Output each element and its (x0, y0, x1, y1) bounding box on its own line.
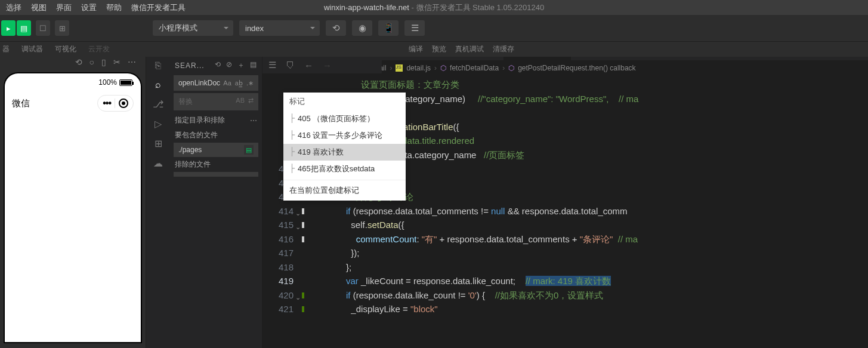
bookmark-item[interactable]: 405 （微信页面标签） (283, 110, 406, 127)
search-collapse-icon[interactable]: ▤ (250, 60, 257, 70)
whole-word-icon[interactable]: ab̲ (235, 79, 243, 87)
sim-refresh-icon[interactable]: ⟲ (75, 57, 82, 67)
left-tool-label-3[interactable]: 可视化 (52, 44, 79, 54)
source-control-icon[interactable]: ⎇ (153, 98, 163, 110)
remote-debug-button[interactable]: 📱 (378, 20, 399, 36)
capsule-more-icon[interactable]: ••• (103, 98, 111, 109)
action-preview[interactable]: 预览 (432, 44, 446, 54)
editor-toggle-button[interactable]: ▤ (17, 20, 31, 36)
left-tool-label-1[interactable]: 器 (0, 44, 12, 54)
gutter-mark (302, 236, 304, 242)
menu-select[interactable]: 选择 (6, 2, 21, 13)
layout-button-2[interactable]: ⊞ (55, 20, 69, 36)
gutter-mark (302, 208, 304, 214)
capsule-button[interactable]: ••• (97, 95, 134, 112)
tab-copyright-wxml[interactable]: ‹›copyright.wxml (638, 57, 718, 60)
mode-dropdown[interactable]: 小程序模式 (153, 20, 233, 36)
code-line[interactable]: }; (316, 260, 868, 275)
sim-cut-icon[interactable]: ✂ (113, 57, 121, 67)
capsule-close-icon[interactable] (119, 98, 128, 108)
action-compile[interactable]: 编译 (409, 44, 423, 54)
line-number: 416 (262, 232, 294, 247)
code-line[interactable]: 设置页面标题：文章分类 (316, 78, 868, 92)
book-icon[interactable]: ▤ (244, 145, 254, 155)
replace-all-icon[interactable]: ⇄ (248, 97, 254, 107)
search-input[interactable]: openLinkDoc Aa ab̲ .∗ (174, 75, 258, 91)
search-newfile-icon[interactable]: ＋ (237, 60, 245, 70)
crumb-func2[interactable]: getPostDetailRequest.then() callback (518, 64, 635, 72)
replace-input[interactable]: 替换 AB ⇄ (174, 93, 258, 110)
popup-create-mark[interactable]: 在当前位置创建标记 (283, 180, 406, 201)
bookmark-item[interactable]: 416 设置一共多少条评论 (283, 127, 406, 144)
search-clear-icon[interactable]: ⊘ (226, 60, 233, 70)
search-refresh-icon[interactable]: ⟲ (215, 60, 221, 70)
layout-button-1[interactable]: ☐ (36, 20, 50, 36)
fold-icon[interactable]: ⌄ (295, 220, 301, 235)
code-line[interactable]: if (response.data.total_comments != null… (316, 204, 868, 218)
ed-bookmark-icon[interactable]: ⛉ (286, 60, 295, 70)
ed-fwd-icon[interactable]: → (323, 60, 332, 70)
include-input[interactable]: ./pages ▤ (174, 143, 258, 157)
bookmark-item[interactable]: 465把喜欢数设setdata (283, 161, 406, 177)
debug-icon[interactable]: ▷ (155, 118, 162, 130)
line-number: 415⌄ (262, 218, 294, 232)
crumb-func1[interactable]: fetchDetailData (450, 64, 499, 72)
line-number: 420⌄ (262, 288, 294, 303)
menu-interface[interactable]: 界面 (56, 2, 72, 13)
symbol-icon-2: ⬡ (508, 64, 514, 72)
cloud-icon[interactable]: ☁ (153, 158, 163, 169)
mini-program-name: 微信 (12, 98, 30, 109)
activity-bar: ⎘ ⌕ ⎇ ▷ ⊞ ☁ (146, 57, 170, 348)
line-number: 419 (262, 274, 294, 288)
scope-label[interactable]: 指定目录和排除 (175, 115, 225, 125)
code-line[interactable]: if (response.data.like_count != '0') { /… (316, 288, 868, 303)
fold-icon[interactable]: ⌄ (295, 291, 301, 305)
crumb-file[interactable]: detail.js (406, 64, 431, 72)
tab-config-js[interactable]: JSconfig.js (718, 57, 775, 60)
line-number (262, 78, 294, 92)
tab-index-js[interactable]: JSindex.js (382, 57, 437, 60)
tab-detail-wxml[interactable]: ‹›detail.wxml (571, 57, 638, 60)
compile-button[interactable]: ⟲ (326, 20, 346, 36)
preview-button[interactable]: ◉ (352, 20, 372, 36)
sim-device-icon[interactable]: ▯ (101, 57, 106, 67)
explorer-icon[interactable]: ⎘ (155, 60, 161, 71)
code-line[interactable]: self.setData({ (316, 218, 868, 232)
js-file-icon: JS (396, 64, 403, 72)
extensions-icon[interactable]: ⊞ (155, 138, 162, 149)
tab-detail-js[interactable]: JSdetail.js× (503, 57, 570, 60)
left-tool-label-4[interactable]: 云开发 (86, 44, 112, 54)
page-dropdown[interactable]: index (239, 20, 320, 36)
menu-help[interactable]: 帮助 (106, 2, 122, 13)
main-toolbar: ▸ ▤ ☐ ⊞ 小程序模式 index ⟲ ◉ 📱 ☰ (0, 15, 868, 42)
tab-index-wxml[interactable]: ‹›index.wxml (437, 57, 503, 60)
left-tool-label-2[interactable]: 调试器 (19, 44, 45, 54)
code-line[interactable]: _displayLike = "block" (316, 302, 868, 316)
menu-view[interactable]: 视图 (31, 2, 47, 13)
fold-icon[interactable]: ⌄ (295, 207, 301, 221)
regex-icon[interactable]: .∗ (246, 79, 254, 87)
clear-cache-button[interactable]: ☰ (404, 20, 425, 36)
menu-settings[interactable]: 设置 (81, 2, 97, 13)
preserve-case-icon[interactable]: AB (236, 97, 245, 107)
scope-more-icon[interactable]: ⋯ (250, 116, 257, 125)
exclude-input[interactable] (174, 172, 258, 177)
sim-more-icon[interactable]: ⋯ (128, 57, 136, 67)
code-line[interactable]: }); (316, 246, 868, 260)
ed-back-icon[interactable]: ← (304, 60, 313, 70)
sim-circle-icon[interactable]: ○ (89, 57, 94, 67)
menu-devtools[interactable]: 微信开发者工具 (131, 2, 186, 13)
gutter-mark (302, 292, 304, 298)
action-remote[interactable]: 真机调试 (455, 44, 484, 54)
ed-menu-icon[interactable]: ☰ (268, 60, 276, 70)
search-icon[interactable]: ⌕ (155, 79, 161, 90)
action-clear[interactable]: 清缓存 (493, 44, 514, 54)
match-case-icon[interactable]: Aa (223, 79, 231, 87)
code-line[interactable]: commentCount: "有" + response.data.total_… (316, 232, 868, 247)
simulator-toggle-button[interactable]: ▸ (1, 20, 16, 36)
search-panel: SEAR... ⟲ ⊘ ＋ ▤ openLinkDoc Aa ab̲ .∗ 替换… (170, 57, 262, 348)
popup-header: 标记 (283, 93, 406, 110)
bookmark-item[interactable]: 419 喜欢计数 (283, 144, 406, 161)
line-number: 421 (262, 302, 294, 316)
code-line[interactable]: var _likeCount = response.data.like_coun… (316, 274, 868, 288)
